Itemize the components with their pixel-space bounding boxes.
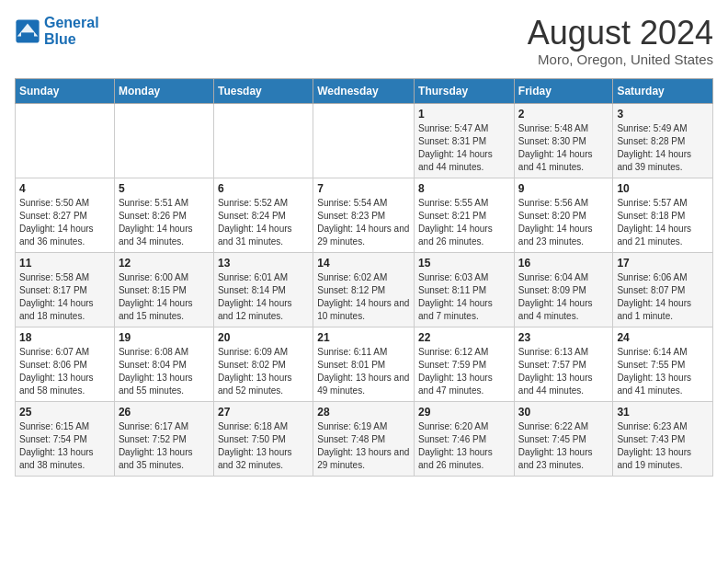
page-header: General Blue August 2024 Moro, Oregon, U… <box>15 15 713 67</box>
day-number: 31 <box>617 406 709 419</box>
day-info: Sunrise: 5:51 AM Sunset: 8:26 PM Dayligh… <box>119 197 210 248</box>
calendar-cell: 11Sunrise: 5:58 AM Sunset: 8:17 PM Dayli… <box>16 252 115 327</box>
calendar-week-row: 1Sunrise: 5:47 AM Sunset: 8:31 PM Daylig… <box>16 103 713 178</box>
day-number: 28 <box>317 406 410 419</box>
calendar-cell: 19Sunrise: 6:08 AM Sunset: 8:04 PM Dayli… <box>114 327 213 401</box>
calendar-week-row: 11Sunrise: 5:58 AM Sunset: 8:17 PM Dayli… <box>16 252 713 327</box>
calendar-cell: 21Sunrise: 6:11 AM Sunset: 8:01 PM Dayli… <box>313 327 415 401</box>
calendar-title: August 2024 <box>528 15 713 52</box>
calendar-cell: 4Sunrise: 5:50 AM Sunset: 8:27 PM Daylig… <box>16 178 115 252</box>
day-info: Sunrise: 5:56 AM Sunset: 8:20 PM Dayligh… <box>518 197 609 248</box>
calendar-cell: 22Sunrise: 6:12 AM Sunset: 7:59 PM Dayli… <box>415 327 515 401</box>
calendar-header: SundayMondayTuesdayWednesdayThursdayFrid… <box>16 78 713 103</box>
header-day: Tuesday <box>213 78 313 103</box>
day-number: 21 <box>317 331 410 344</box>
header-day: Friday <box>514 78 613 103</box>
calendar-cell: 29Sunrise: 6:20 AM Sunset: 7:46 PM Dayli… <box>415 401 515 476</box>
day-number: 2 <box>518 108 609 121</box>
day-info: Sunrise: 6:17 AM Sunset: 7:52 PM Dayligh… <box>119 420 210 472</box>
calendar-cell: 18Sunrise: 6:07 AM Sunset: 8:06 PM Dayli… <box>16 327 115 401</box>
svg-rect-2 <box>21 32 34 39</box>
calendar-cell: 6Sunrise: 5:52 AM Sunset: 8:24 PM Daylig… <box>213 178 313 252</box>
calendar-cell: 3Sunrise: 5:49 AM Sunset: 8:28 PM Daylig… <box>613 103 713 178</box>
day-info: Sunrise: 5:52 AM Sunset: 8:24 PM Dayligh… <box>218 197 309 248</box>
day-number: 8 <box>418 182 510 195</box>
calendar-cell: 26Sunrise: 6:17 AM Sunset: 7:52 PM Dayli… <box>114 401 213 476</box>
calendar-cell: 15Sunrise: 6:03 AM Sunset: 8:11 PM Dayli… <box>415 252 515 327</box>
day-info: Sunrise: 6:11 AM Sunset: 8:01 PM Dayligh… <box>317 346 410 397</box>
day-info: Sunrise: 6:20 AM Sunset: 7:46 PM Dayligh… <box>418 420 510 472</box>
calendar-cell: 20Sunrise: 6:09 AM Sunset: 8:02 PM Dayli… <box>213 327 313 401</box>
header-row: SundayMondayTuesdayWednesdayThursdayFrid… <box>16 78 713 103</box>
day-info: Sunrise: 6:01 AM Sunset: 8:14 PM Dayligh… <box>218 271 309 323</box>
calendar-week-row: 25Sunrise: 6:15 AM Sunset: 7:54 PM Dayli… <box>16 401 713 476</box>
header-day: Saturday <box>613 78 713 103</box>
day-number: 3 <box>617 108 709 121</box>
header-day: Sunday <box>16 78 115 103</box>
day-info: Sunrise: 5:54 AM Sunset: 8:23 PM Dayligh… <box>317 197 410 248</box>
header-day: Thursday <box>415 78 515 103</box>
day-number: 24 <box>617 331 709 344</box>
day-info: Sunrise: 6:12 AM Sunset: 7:59 PM Dayligh… <box>418 346 510 397</box>
day-number: 14 <box>317 257 410 270</box>
calendar-cell: 7Sunrise: 5:54 AM Sunset: 8:23 PM Daylig… <box>313 178 415 252</box>
calendar-cell: 2Sunrise: 5:48 AM Sunset: 8:30 PM Daylig… <box>514 103 613 178</box>
day-number: 23 <box>518 331 609 344</box>
calendar-cell: 17Sunrise: 6:06 AM Sunset: 8:07 PM Dayli… <box>613 252 713 327</box>
day-info: Sunrise: 6:22 AM Sunset: 7:45 PM Dayligh… <box>518 420 609 472</box>
day-number: 17 <box>617 257 709 270</box>
day-number: 10 <box>617 182 709 195</box>
day-number: 30 <box>518 406 609 419</box>
day-number: 20 <box>218 331 309 344</box>
day-number: 1 <box>418 108 510 121</box>
day-info: Sunrise: 5:58 AM Sunset: 8:17 PM Dayligh… <box>19 271 110 323</box>
calendar-cell: 13Sunrise: 6:01 AM Sunset: 8:14 PM Dayli… <box>213 252 313 327</box>
day-number: 27 <box>218 406 309 419</box>
day-info: Sunrise: 6:15 AM Sunset: 7:54 PM Dayligh… <box>19 420 110 472</box>
day-info: Sunrise: 6:23 AM Sunset: 7:43 PM Dayligh… <box>617 420 709 472</box>
day-info: Sunrise: 6:19 AM Sunset: 7:48 PM Dayligh… <box>317 420 410 472</box>
day-info: Sunrise: 5:50 AM Sunset: 8:27 PM Dayligh… <box>19 197 110 248</box>
calendar-cell: 8Sunrise: 5:55 AM Sunset: 8:21 PM Daylig… <box>415 178 515 252</box>
header-day: Monday <box>114 78 213 103</box>
calendar-cell <box>213 103 313 178</box>
day-info: Sunrise: 6:00 AM Sunset: 8:15 PM Dayligh… <box>119 271 210 323</box>
calendar-week-row: 18Sunrise: 6:07 AM Sunset: 8:06 PM Dayli… <box>16 327 713 401</box>
logo-text: General Blue <box>44 15 99 47</box>
day-info: Sunrise: 6:09 AM Sunset: 8:02 PM Dayligh… <box>218 346 309 397</box>
day-info: Sunrise: 6:04 AM Sunset: 8:09 PM Dayligh… <box>518 271 609 323</box>
day-info: Sunrise: 5:49 AM Sunset: 8:28 PM Dayligh… <box>617 122 709 174</box>
day-number: 15 <box>418 257 510 270</box>
day-number: 6 <box>218 182 309 195</box>
day-info: Sunrise: 6:08 AM Sunset: 8:04 PM Dayligh… <box>119 346 210 397</box>
calendar-cell: 25Sunrise: 6:15 AM Sunset: 7:54 PM Dayli… <box>16 401 115 476</box>
day-info: Sunrise: 6:07 AM Sunset: 8:06 PM Dayligh… <box>19 346 110 397</box>
day-number: 19 <box>119 331 210 344</box>
day-number: 13 <box>218 257 309 270</box>
calendar-table: SundayMondayTuesdayWednesdayThursdayFrid… <box>15 78 713 477</box>
calendar-cell: 14Sunrise: 6:02 AM Sunset: 8:12 PM Dayli… <box>313 252 415 327</box>
calendar-cell: 5Sunrise: 5:51 AM Sunset: 8:26 PM Daylig… <box>114 178 213 252</box>
day-number: 18 <box>19 331 110 344</box>
calendar-cell: 9Sunrise: 5:56 AM Sunset: 8:20 PM Daylig… <box>514 178 613 252</box>
day-info: Sunrise: 5:57 AM Sunset: 8:18 PM Dayligh… <box>617 197 709 248</box>
calendar-cell: 23Sunrise: 6:13 AM Sunset: 7:57 PM Dayli… <box>514 327 613 401</box>
calendar-cell: 16Sunrise: 6:04 AM Sunset: 8:09 PM Dayli… <box>514 252 613 327</box>
day-number: 16 <box>518 257 609 270</box>
day-info: Sunrise: 6:18 AM Sunset: 7:50 PM Dayligh… <box>218 420 309 472</box>
calendar-cell: 28Sunrise: 6:19 AM Sunset: 7:48 PM Dayli… <box>313 401 415 476</box>
day-number: 11 <box>19 257 110 270</box>
calendar-cell: 24Sunrise: 6:14 AM Sunset: 7:55 PM Dayli… <box>613 327 713 401</box>
calendar-body: 1Sunrise: 5:47 AM Sunset: 8:31 PM Daylig… <box>16 103 713 476</box>
day-number: 29 <box>418 406 510 419</box>
calendar-week-row: 4Sunrise: 5:50 AM Sunset: 8:27 PM Daylig… <box>16 178 713 252</box>
day-info: Sunrise: 6:14 AM Sunset: 7:55 PM Dayligh… <box>617 346 709 397</box>
logo-icon <box>15 18 40 44</box>
calendar-cell: 12Sunrise: 6:00 AM Sunset: 8:15 PM Dayli… <box>114 252 213 327</box>
day-info: Sunrise: 6:06 AM Sunset: 8:07 PM Dayligh… <box>617 271 709 323</box>
calendar-cell: 30Sunrise: 6:22 AM Sunset: 7:45 PM Dayli… <box>514 401 613 476</box>
day-info: Sunrise: 6:13 AM Sunset: 7:57 PM Dayligh… <box>518 346 609 397</box>
header-day: Wednesday <box>313 78 415 103</box>
day-number: 7 <box>317 182 410 195</box>
day-number: 12 <box>119 257 210 270</box>
